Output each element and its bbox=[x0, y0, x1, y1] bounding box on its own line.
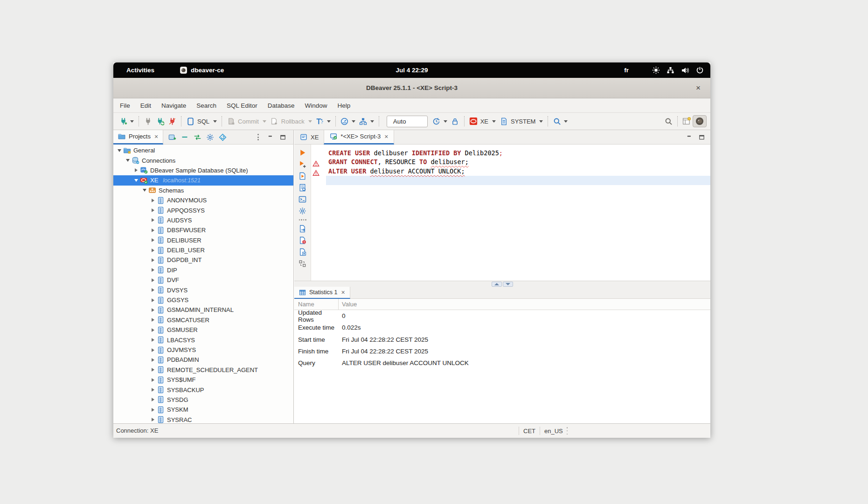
code-line[interactable]: ALTER USER delibuser ACCOUNT UNLOCK; bbox=[326, 167, 710, 176]
tree-item-audsys[interactable]: AUDSYS bbox=[113, 215, 293, 225]
expander-closed-icon[interactable] bbox=[150, 298, 156, 302]
quick-search-button[interactable] bbox=[662, 115, 674, 127]
tree-item-dvf[interactable]: DVF bbox=[113, 275, 293, 285]
open-perspective-button[interactable] bbox=[681, 115, 693, 127]
expander-closed-icon[interactable] bbox=[150, 358, 156, 362]
maximize-editor-icon[interactable] bbox=[697, 133, 706, 141]
expander-closed-icon[interactable] bbox=[150, 408, 156, 412]
active-connection-button[interactable]: XE bbox=[467, 115, 498, 127]
editor-settings-icon[interactable] bbox=[299, 207, 307, 215]
expander-closed-icon[interactable] bbox=[150, 418, 156, 421]
tree-item-sysrac[interactable]: SYSRAC bbox=[113, 415, 293, 423]
expander-closed-icon[interactable] bbox=[150, 228, 156, 232]
code-line[interactable]: CREATE USER delibuser IDENTIFIED BY Deli… bbox=[326, 149, 710, 158]
expander-open-icon[interactable] bbox=[116, 149, 122, 152]
tree-item-schemas[interactable]: Schemas bbox=[113, 186, 293, 195]
tab-script-3[interactable]: *<XE> Script-3 × bbox=[324, 130, 394, 145]
tree-item-delibuser[interactable]: DELIBUSER bbox=[113, 235, 293, 245]
minimize-panel-icon[interactable] bbox=[266, 133, 275, 141]
window-titlebar[interactable]: DBeaver 25.1.1 - <XE> Script-3 × bbox=[113, 78, 710, 98]
tree-item-gsmcatuser[interactable]: GSMCATUSER bbox=[113, 315, 293, 325]
new-connection-button[interactable] bbox=[117, 115, 136, 127]
column-header-name[interactable]: Name bbox=[294, 299, 339, 310]
view-menu-icon[interactable] bbox=[254, 133, 263, 141]
transaction-log-button[interactable] bbox=[431, 115, 449, 127]
script-alert-icon[interactable] bbox=[299, 236, 307, 245]
menu-window[interactable]: Window bbox=[299, 100, 332, 111]
expander-open-icon[interactable] bbox=[141, 189, 147, 192]
reconnect-button[interactable] bbox=[154, 115, 166, 127]
locale-indicator[interactable]: en_US bbox=[544, 428, 563, 435]
statistics-row-execute-time[interactable]: Execute time0.022s bbox=[294, 322, 710, 333]
tree-item-dvsys[interactable]: DVSYS bbox=[113, 285, 293, 295]
maximize-panel-icon[interactable] bbox=[278, 133, 287, 141]
results-sash[interactable] bbox=[294, 281, 710, 287]
close-icon[interactable]: × bbox=[341, 289, 345, 296]
network-icon[interactable] bbox=[667, 66, 674, 74]
close-icon[interactable]: × bbox=[384, 133, 388, 140]
explain-plan-icon[interactable] bbox=[299, 183, 307, 192]
tree-item-dip[interactable]: DIP bbox=[113, 265, 293, 275]
sash-down-icon[interactable] bbox=[503, 282, 513, 287]
close-icon[interactable]: × bbox=[154, 133, 158, 140]
execute-icon[interactable] bbox=[299, 148, 307, 157]
timezone-indicator[interactable]: CET bbox=[523, 428, 535, 435]
expander-closed-icon[interactable] bbox=[150, 348, 156, 352]
warning-icon[interactable] bbox=[312, 170, 319, 176]
expander-closed-icon[interactable] bbox=[150, 249, 156, 252]
tree-item-general[interactable]: General bbox=[113, 145, 293, 155]
dashboard-button[interactable] bbox=[339, 115, 357, 127]
sash-up-icon[interactable] bbox=[492, 282, 502, 287]
menu-search[interactable]: Search bbox=[191, 100, 222, 111]
minimize-editor-icon[interactable] bbox=[685, 133, 694, 141]
execute-new-tab-icon[interactable] bbox=[299, 160, 307, 168]
expander-closed-icon[interactable] bbox=[150, 328, 156, 332]
menu-edit[interactable]: Edit bbox=[135, 100, 156, 111]
lock-button[interactable] bbox=[449, 115, 461, 127]
code-line[interactable]: GRANT CONNECT, RESOURCE TO delibuser; bbox=[326, 158, 710, 166]
tree-item-lbacsys[interactable]: LBACSYS bbox=[113, 335, 293, 345]
expander-closed-icon[interactable] bbox=[150, 338, 156, 342]
cluster-button[interactable] bbox=[357, 115, 376, 127]
tree-item-appqossys[interactable]: APPQOSSYS bbox=[113, 205, 293, 215]
disconnect-button[interactable] bbox=[166, 115, 178, 127]
expander-open-icon[interactable] bbox=[125, 159, 131, 162]
expander-closed-icon[interactable] bbox=[150, 398, 156, 401]
tree-item-dbeaver-sample-database-sqlite-[interactable]: DBeaver Sample Database (SQLite) bbox=[113, 166, 293, 175]
statistics-row-query[interactable]: QueryALTER USER delibuser ACCOUNT UNLOCK bbox=[294, 357, 710, 369]
expander-closed-icon[interactable] bbox=[150, 318, 156, 322]
expander-closed-icon[interactable] bbox=[150, 268, 156, 272]
tree-item-gsmadmin-internal[interactable]: GSMADMIN_INTERNAL bbox=[113, 305, 293, 315]
layout-icon[interactable] bbox=[299, 260, 307, 268]
object-search-button[interactable] bbox=[551, 115, 569, 127]
dbeaver-perspective-button[interactable] bbox=[693, 115, 707, 127]
warning-icon[interactable] bbox=[312, 160, 319, 167]
keyboard-layout-indicator[interactable]: fr bbox=[624, 67, 629, 74]
active-schema-button[interactable]: SYSTEM bbox=[498, 115, 545, 127]
expander-closed-icon[interactable] bbox=[150, 388, 156, 392]
connect-button[interactable] bbox=[142, 115, 154, 127]
tree-item-syskm[interactable]: SYSKM bbox=[113, 405, 293, 414]
load-script-icon[interactable] bbox=[299, 225, 307, 233]
code-line-current[interactable] bbox=[326, 176, 710, 185]
expander-closed-icon[interactable] bbox=[150, 308, 156, 312]
clock[interactable]: Jul 4 22:29 bbox=[396, 67, 428, 74]
sql-code-area[interactable]: CREATE USER delibuser IDENTIFIED BY Deli… bbox=[321, 145, 710, 281]
tab-statistics-1[interactable]: Statistics 1 × bbox=[294, 287, 350, 299]
expander-closed-icon[interactable] bbox=[150, 258, 156, 262]
power-icon[interactable] bbox=[696, 66, 704, 74]
tree-item-pdbadmin[interactable]: PDBADMIN bbox=[113, 355, 293, 365]
window-close-button[interactable]: × bbox=[693, 83, 704, 94]
volume-icon[interactable] bbox=[681, 66, 689, 75]
expander-closed-icon[interactable] bbox=[150, 238, 156, 242]
link-with-editor-icon[interactable] bbox=[193, 133, 201, 141]
focused-app-indicator[interactable]: dbeaver-ce bbox=[180, 66, 224, 74]
menu-database[interactable]: Database bbox=[263, 100, 300, 111]
tree-item-dbsfwuser[interactable]: DBSFWUSER bbox=[113, 225, 293, 235]
menu-navigate[interactable]: Navigate bbox=[156, 100, 191, 111]
tree-item-connections[interactable]: Connections bbox=[113, 155, 293, 165]
expander-closed-icon[interactable] bbox=[133, 168, 139, 172]
tree-item-gsmuser[interactable]: GSMUSER bbox=[113, 325, 293, 335]
tree-item-remote-scheduler-agent[interactable]: REMOTE_SCHEDULER_AGENT bbox=[113, 365, 293, 375]
expander-open-icon[interactable] bbox=[133, 179, 139, 182]
